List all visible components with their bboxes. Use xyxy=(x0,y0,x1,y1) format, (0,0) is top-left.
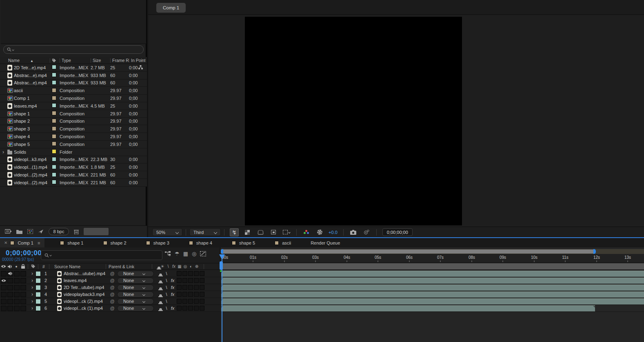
three-d-column-icon[interactable]: ⊕ xyxy=(194,264,200,269)
project-horizontal-scrollbar[interactable] xyxy=(84,228,109,235)
motion-blur-toggle[interactable] xyxy=(182,292,187,297)
switch-box[interactable] xyxy=(200,299,204,304)
frame-blend-toggle[interactable] xyxy=(177,278,182,283)
frame-blend-toggle[interactable] xyxy=(177,292,182,297)
column-label-tag[interactable] xyxy=(50,58,60,63)
label-swatch[interactable] xyxy=(52,119,56,123)
column-type[interactable]: Type xyxy=(60,58,91,63)
video-toggle[interactable] xyxy=(1,285,7,290)
fast-previews-button[interactable]: ↯ xyxy=(230,228,239,236)
expand-chevron-icon[interactable]: › xyxy=(30,291,35,297)
adjustment-layer-column-icon[interactable]: ◐ xyxy=(188,264,194,269)
frame-blend-toggle[interactable] xyxy=(177,306,182,311)
audio-toggle[interactable] xyxy=(7,278,13,283)
parent-select[interactable]: None xyxy=(117,271,154,277)
exposure-value[interactable]: +0.0 xyxy=(329,230,338,235)
item-name[interactable]: Abstrac...e).mp4 xyxy=(14,80,50,85)
lock-toggle[interactable] xyxy=(20,299,26,304)
timeline-search-input[interactable] xyxy=(41,250,162,260)
solo-toggle[interactable] xyxy=(14,271,20,276)
column-in-point[interactable]: In Point xyxy=(129,58,145,63)
three-d-toggle[interactable] xyxy=(194,299,199,304)
magnification-select[interactable]: 50% xyxy=(152,228,182,236)
audio-toggle[interactable] xyxy=(7,271,13,276)
label-swatch[interactable] xyxy=(52,73,56,77)
project-row[interactable]: videopl...(1).mp4 Importe...MEX 1.8 MB 2… xyxy=(0,163,147,171)
adjustment-toggle[interactable] xyxy=(188,299,193,304)
new-composition-button[interactable] xyxy=(27,229,33,234)
video-column-header[interactable] xyxy=(0,265,7,268)
lock-toggle[interactable] xyxy=(20,278,26,283)
grid-and-guides-button[interactable] xyxy=(282,228,291,236)
parent-link-column-header[interactable]: Parent & Link xyxy=(108,264,150,269)
fx-toggle[interactable]: fx xyxy=(169,306,176,311)
solo-column-header[interactable]: ● xyxy=(13,265,20,269)
label-swatch[interactable] xyxy=(52,88,56,93)
quality-toggle[interactable]: / xyxy=(164,271,169,276)
layer-name[interactable]: 2D Tetr...utube).mp4 xyxy=(64,285,109,290)
quality-toggle[interactable]: / xyxy=(164,292,169,297)
label-swatch[interactable] xyxy=(52,134,56,139)
three-d-toggle[interactable] xyxy=(194,278,199,283)
layer-label-swatch[interactable] xyxy=(36,292,41,297)
switch-box[interactable] xyxy=(200,278,204,283)
lock-toggle[interactable] xyxy=(20,306,26,311)
delete-icon[interactable] xyxy=(74,229,79,234)
motion-blur-button[interactable]: ◎ xyxy=(192,251,196,257)
layer-row-6[interactable]: › 6 videopl...ck (1).mp4 @ None / fx xyxy=(0,305,220,312)
timeline-tab-shape4[interactable]: shape 4 xyxy=(185,238,216,247)
quality-column-icon[interactable]: / xyxy=(165,264,171,269)
interpret-footage-button[interactable] xyxy=(5,229,11,234)
switch-box[interactable] xyxy=(200,285,204,290)
label-swatch[interactable] xyxy=(52,80,56,85)
frame-blend-toggle[interactable] xyxy=(177,271,182,276)
video-toggle[interactable] xyxy=(1,306,7,311)
item-name[interactable]: Abstrac...e).mp4 xyxy=(14,73,50,78)
viewer-tab-comp1[interactable]: Comp 1 xyxy=(156,3,186,13)
column-name[interactable]: Name▲ xyxy=(8,58,50,63)
timeline-tab-shape3[interactable]: shape 3 xyxy=(142,238,173,247)
fx-toggle[interactable]: fx xyxy=(169,285,176,290)
work-area-start-handle[interactable] xyxy=(221,249,223,254)
show-channel-button[interactable] xyxy=(302,228,311,236)
current-time-display[interactable]: 0;00;00;00 xyxy=(6,249,42,257)
take-snapshot-button[interactable] xyxy=(349,228,358,236)
close-icon[interactable]: ✕ xyxy=(4,241,7,245)
layer-label-swatch[interactable] xyxy=(36,299,41,304)
work-area-bar[interactable] xyxy=(221,249,595,254)
reset-exposure-button[interactable] xyxy=(315,228,324,236)
layer-row-4[interactable]: › 4 videoplayback3.mp4 @ None / fx xyxy=(0,291,220,298)
solo-toggle[interactable] xyxy=(14,285,20,290)
switch-box[interactable] xyxy=(200,271,204,276)
item-name[interactable]: 2D Tetr...e).mp4 xyxy=(14,65,50,70)
layer-duration-bar[interactable] xyxy=(221,271,644,277)
pick-whip-icon[interactable]: @ xyxy=(109,291,115,297)
project-row[interactable]: leaves.mp4 Importe...MEX 4.5 MB 25 0:00 xyxy=(0,102,147,110)
label-swatch[interactable] xyxy=(52,165,56,169)
timeline-tab-comp1[interactable]: ✕ Comp 1 ≡ xyxy=(0,238,44,247)
label-swatch[interactable] xyxy=(52,180,56,184)
frame-blend-column-icon[interactable]: ▦ xyxy=(177,264,182,269)
item-name[interactable]: shape 5 xyxy=(14,142,50,147)
expand-chevron-icon[interactable]: › xyxy=(30,285,35,290)
solo-toggle[interactable] xyxy=(14,299,20,304)
pick-whip-icon[interactable]: @ xyxy=(109,278,115,283)
motion-blur-toggle[interactable] xyxy=(182,285,187,290)
parent-select[interactable]: None xyxy=(117,285,154,291)
show-snapshot-button[interactable] xyxy=(362,228,371,236)
project-row[interactable]: shape 5 Composition 29.97 0;00 xyxy=(0,141,147,148)
three-d-toggle[interactable] xyxy=(194,285,199,290)
layer-name[interactable]: videopl...ck (1).mp4 xyxy=(64,306,109,311)
layer-name[interactable]: leaves.mp4 xyxy=(64,278,109,283)
solo-toggle[interactable] xyxy=(14,306,20,311)
layer-label-swatch[interactable] xyxy=(36,278,41,283)
pick-whip-icon[interactable]: @ xyxy=(109,285,115,290)
motion-blur-toggle[interactable] xyxy=(182,278,187,283)
item-name[interactable]: shape 2 xyxy=(14,119,50,124)
pick-whip-icon[interactable]: @ xyxy=(109,298,115,304)
motion-blur-toggle[interactable] xyxy=(182,271,187,276)
pick-whip-icon[interactable]: @ xyxy=(109,305,115,311)
time-navigator-bar[interactable] xyxy=(221,263,644,270)
project-row[interactable]: ascii Composition 29.97 0;00 xyxy=(0,87,147,95)
collapse-transformations-icon[interactable]: ☀ xyxy=(160,264,165,269)
